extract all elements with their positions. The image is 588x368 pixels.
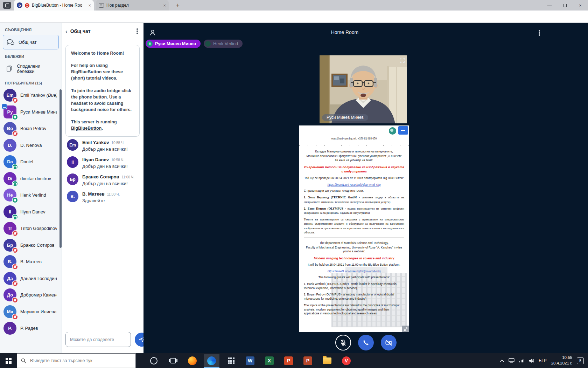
bigbluebutton-link[interactable]: BigBlueButton	[71, 126, 102, 131]
taskbar-app[interactable]	[144, 353, 163, 368]
start-button[interactable]	[0, 353, 17, 368]
share-webcam-button[interactable]	[381, 335, 397, 350]
user-list-item[interactable]: D. D. Nenova	[0, 137, 60, 154]
message-avatar: Бр	[67, 173, 78, 185]
avatar-initials: Bo	[7, 126, 13, 131]
message-sender: Iliyan Danev	[82, 157, 109, 162]
user-list-item[interactable]: Да Данаил Господин...	[0, 270, 60, 287]
browser-tab-new[interactable]: Нов раздел ×	[96, 0, 169, 11]
user-list-item[interactable]: Da Daniel	[0, 154, 60, 170]
doc-list-item: 2. Боян Петров (OLYMPUS - водещ производ…	[304, 206, 404, 215]
user-audio-status-icon	[12, 114, 18, 120]
user-avatar: Di	[4, 172, 16, 185]
action-center-button[interactable]: 5	[577, 357, 584, 364]
doc-line: The department of Materials Science and …	[304, 241, 404, 245]
user-list-item[interactable]: До Добромир Каменов	[0, 287, 60, 304]
user-avatar: Da	[4, 155, 16, 168]
webcam-video[interactable]: Руси Минев Минев	[320, 55, 407, 123]
window-minimize-button[interactable]: —	[542, 0, 557, 11]
window-maximize-button[interactable]	[557, 0, 573, 11]
avatar-initials: Em	[69, 143, 76, 148]
taskbar-app[interactable]: P	[298, 353, 317, 368]
user-list-item[interactable]: В. В. Матеев	[0, 253, 60, 270]
leave-audio-button[interactable]	[358, 335, 374, 350]
keyboard-language[interactable]: БГР	[539, 358, 546, 363]
user-audio-status-icon	[12, 97, 18, 103]
app-icon	[207, 356, 216, 365]
user-list-item[interactable]: He Henk Verlind	[0, 187, 60, 204]
message-avatar: Em	[67, 139, 78, 151]
webcam-off-icon	[385, 339, 393, 347]
message-sender: Бранко Сотиров	[82, 174, 119, 179]
mic-status-icon	[147, 41, 153, 47]
message-time: 10:55 Ч.	[111, 141, 124, 145]
chat-back-button[interactable]: ‹	[65, 28, 68, 34]
user-audio-status-icon	[12, 130, 18, 137]
taskbar-apps: W X P P	[144, 353, 356, 368]
browser-tab-active[interactable]: b BigBlueButton - Home Roo ×	[14, 0, 94, 11]
clock-date: 28.4.2021 г.	[551, 361, 572, 366]
user-list-item[interactable]: Tr Trifon Gospodinov	[0, 220, 60, 237]
user-list-item[interactable]: Бр Бранко Сотиров	[0, 237, 60, 254]
display-tray-icon[interactable]	[509, 358, 514, 363]
chat-message: Il Iliyan Danev10:58 Ч. Добър ден на вси…	[62, 154, 144, 171]
talking-indicators: Руси Минев Минев Henk Verlind	[146, 40, 243, 48]
taskbar-app[interactable]	[221, 353, 240, 368]
document-contact-line: etms@uni-ruse.bg; tel. +359 82 888 650	[299, 137, 409, 140]
minimize-presentation-button[interactable]	[398, 126, 408, 135]
new-tab-button[interactable]: +	[174, 1, 182, 9]
presenter-screen-icon	[1, 103, 7, 109]
windows-taskbar: W X P P	[0, 353, 588, 368]
user-list-item[interactable]: Em Emil Yankov (Bue)	[0, 87, 60, 104]
app-icon	[150, 357, 158, 364]
welcome-line: For help on using BigBlueButton see thes…	[71, 62, 134, 81]
tutorial-videos-link[interactable]: tutorial videos	[86, 76, 116, 81]
webcam-fullscreen-button[interactable]	[400, 58, 405, 64]
sidebar-item-shared-notes[interactable]: Споделени бележки	[3, 61, 59, 76]
chat-message-input[interactable]	[65, 332, 131, 347]
user-list-item[interactable]: Ру Руси Минев Минев	[0, 104, 60, 121]
taskbar-app[interactable]	[183, 353, 202, 368]
taskbar-app[interactable]	[202, 353, 221, 368]
tab-close-icon[interactable]: ×	[88, 3, 91, 8]
message-time: 11:00 Ч.	[107, 192, 120, 196]
meeting-link[interactable]: https://meet1.uni-ruse.bg/b/dpu-wmd-4hq	[328, 183, 381, 186]
talking-indicator[interactable]: Henk Verlind	[204, 40, 243, 48]
taskbar-search[interactable]	[17, 353, 136, 368]
tab-actions-menu-button[interactable]	[3, 2, 11, 9]
user-name: Р. Радев	[20, 326, 38, 331]
taskbar-clock[interactable]: 10:55 28.4.2021 г.	[551, 355, 572, 366]
taskbar-search-input[interactable]	[29, 358, 132, 363]
hidden-icons-chevron[interactable]	[500, 359, 504, 362]
options-menu-button[interactable]	[536, 29, 543, 37]
volume-tray-icon[interactable]	[529, 359, 534, 363]
webcam-video-frame	[320, 55, 407, 123]
meeting-link[interactable]: https://meet1.uni-ruse.bg/b/dpu-wmd-4hq	[328, 270, 381, 273]
mute-microphone-button[interactable]	[335, 335, 351, 350]
taskbar-app[interactable]	[163, 353, 183, 368]
user-list-item[interactable]: Ма Мариана Илиева	[0, 304, 60, 320]
taskbar-app[interactable]	[317, 353, 337, 368]
user-avatar: В.	[4, 255, 16, 268]
taskbar-app[interactable]: P	[279, 353, 298, 368]
user-list-item[interactable]: Di dimitar dimitrov	[0, 170, 60, 187]
window-close-button[interactable]: ×	[573, 0, 588, 11]
user-avatar: Бр	[4, 239, 16, 252]
user-list-item[interactable]: Р. Р. Радев	[0, 320, 60, 337]
taskbar-app[interactable]: X	[260, 353, 279, 368]
mic-status-icon	[205, 41, 211, 47]
sidebar-item-public-chat[interactable]: Общ чат	[3, 35, 59, 49]
taskbar-app[interactable]: V	[337, 353, 356, 368]
presentation-fullscreen-button[interactable]	[402, 326, 409, 332]
user-list-item[interactable]: Il Iliyan Danev	[0, 204, 60, 220]
user-avatar: Да	[4, 272, 16, 285]
user-name: Iliyan Danev	[20, 209, 46, 214]
chat-options-menu-button[interactable]	[136, 30, 138, 32]
user-list-item[interactable]: Bo Boian Petrov	[0, 120, 60, 137]
tab-close-icon[interactable]: ×	[163, 3, 166, 8]
taskbar-app[interactable]: W	[240, 353, 260, 368]
talking-user-name: Henk Verlind	[213, 41, 238, 46]
talking-indicator[interactable]: Руси Минев Минев	[146, 40, 201, 48]
network-tray-icon[interactable]	[519, 359, 524, 363]
phone-icon	[362, 339, 370, 347]
